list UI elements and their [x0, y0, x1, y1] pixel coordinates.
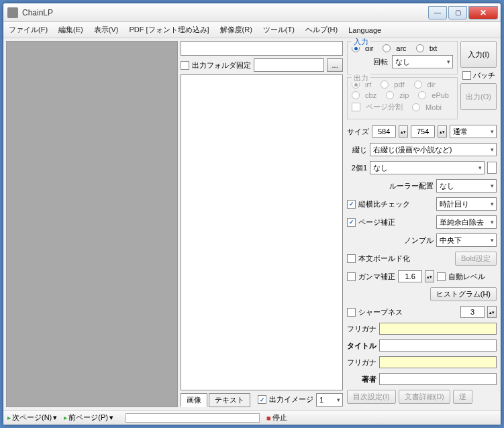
toc-button: 目次設定(I)	[347, 390, 395, 404]
window-title: ChainLP	[22, 8, 427, 17]
file-path-box[interactable]	[181, 41, 343, 56]
menu-edit[interactable]: 編集(E)	[58, 25, 83, 35]
next-page-button[interactable]: ▸次ページ(N)▾	[7, 413, 57, 423]
browse-button[interactable]: ...	[327, 58, 343, 72]
size-label: サイズ	[347, 127, 369, 137]
aspect-label: 縦横比チェック	[358, 199, 410, 209]
ruler-select[interactable]: なし	[436, 179, 497, 193]
pagecorr-select[interactable]: 単純余白除去	[436, 215, 497, 229]
sharpness-checkbox[interactable]	[347, 308, 356, 317]
bold-label: 本文ボールド化	[358, 254, 410, 264]
app-icon	[7, 7, 18, 18]
author-input[interactable]	[379, 373, 497, 385]
nombre-select[interactable]: 中央下	[436, 233, 497, 247]
pagecorr-label: ページ補正	[358, 217, 395, 227]
prev-page-button[interactable]: ▸前ページ(P)▾	[64, 413, 113, 423]
menu-pdf[interactable]: PDF [フォント埋め込み]	[129, 25, 209, 35]
binding-label: 綴じ	[347, 145, 367, 155]
output-legend: 出力	[352, 73, 370, 83]
stop-button[interactable]: ■停止	[266, 413, 287, 423]
maximize-button[interactable]: ▢	[448, 6, 467, 19]
output-image-select[interactable]: 1	[316, 393, 343, 407]
play-icon: ▸	[64, 414, 67, 421]
input-button[interactable]: 入力(I)	[460, 41, 497, 68]
input-fieldset: 入力 dir arc txt 回転 なし	[347, 41, 458, 74]
title-label: タイトル	[347, 341, 376, 351]
size-height-input[interactable]: 754	[411, 125, 435, 138]
title-input[interactable]	[379, 339, 497, 352]
tab-image[interactable]: 画像	[181, 393, 207, 407]
gamma-input[interactable]: 1.6	[398, 270, 422, 282]
menu-help[interactable]: ヘルプ(H)	[305, 25, 338, 35]
menu-resolution[interactable]: 解像度(R)	[220, 25, 252, 35]
titlebar[interactable]: ChainLP — ▢ ✕	[3, 3, 501, 22]
preview-pane[interactable]	[6, 41, 178, 407]
size-mode-select[interactable]: 通常	[450, 125, 497, 138]
menubar: ファイル(F) 編集(E) 表示(V) PDF [フォント埋め込み] 解像度(R…	[3, 22, 501, 38]
twoup-select[interactable]: なし	[370, 161, 485, 174]
output-button: 出力(O)	[460, 83, 497, 110]
progress-bar	[125, 413, 260, 423]
twoup-extra-checkbox[interactable]	[487, 162, 497, 174]
menu-tool[interactable]: ツール(T)	[263, 25, 295, 35]
pagecorr-checkbox[interactable]	[347, 218, 356, 227]
aspect-select[interactable]: 時計回り	[436, 197, 497, 211]
gamma-label: ガンマ補正	[358, 272, 395, 282]
doc-detail-button: 文書詳細(D)	[399, 390, 450, 404]
file-list[interactable]	[181, 74, 343, 390]
twoup-label: 2個1	[347, 163, 367, 173]
stop-icon: ■	[266, 414, 271, 422]
gamma-spinner[interactable]: ▴▾	[425, 270, 434, 282]
title-furigana-input[interactable]	[379, 323, 497, 335]
output-folder-input[interactable]	[254, 58, 324, 72]
rotate-label: 回転	[352, 57, 388, 67]
window-controls: — ▢ ✕	[427, 6, 498, 19]
batch-checkbox[interactable]	[462, 71, 471, 80]
size-height-spinner[interactable]: ▴▾	[438, 125, 447, 138]
ruler-label: ルーラー配置	[347, 181, 434, 191]
output-image-row: 出力イメージ 1	[258, 393, 343, 407]
fixed-output-folder-label: 出力フォルダ固定	[192, 60, 251, 70]
output-zip-radio	[386, 91, 394, 99]
right-pane: 入力 dir arc txt 回転 なし 出力	[344, 38, 501, 410]
close-button[interactable]: ✕	[468, 6, 498, 19]
input-arc-radio[interactable]	[383, 44, 391, 52]
play-icon: ▸	[7, 414, 11, 421]
binding-select[interactable]: 右綴じ(漫画や小説など)	[370, 143, 497, 156]
size-width-spinner[interactable]: ▴▾	[399, 125, 408, 138]
author-label: 著者	[347, 374, 376, 384]
io-buttons: 入力(I) バッチ 出力(O)	[460, 41, 497, 122]
author-furigana-label: フリガナ	[347, 358, 376, 368]
output-image-checkbox[interactable]	[258, 395, 266, 404]
histogram-button[interactable]: ヒストグラム(H)	[430, 287, 497, 301]
gamma-checkbox[interactable]	[347, 272, 356, 281]
menu-view[interactable]: 表示(V)	[94, 25, 119, 35]
middle-pane: 出力フォルダ固定 ... 画像 テキスト 出力イメージ 1	[181, 41, 343, 407]
menu-file[interactable]: ファイル(F)	[9, 25, 48, 35]
autolevel-checkbox[interactable]	[437, 272, 446, 281]
minimize-button[interactable]: —	[428, 6, 447, 19]
sharpness-input[interactable]: 3	[460, 306, 485, 318]
size-width-input[interactable]: 584	[372, 125, 396, 138]
bold-checkbox[interactable]	[347, 254, 356, 263]
title-furigana-label: フリガナ	[347, 324, 376, 334]
bold-settings-button: Bold設定	[455, 252, 497, 266]
fixed-output-folder-checkbox[interactable]	[181, 61, 189, 70]
output-dir-radio	[414, 81, 422, 89]
aspect-checkbox[interactable]	[347, 200, 356, 209]
output-cbz-radio	[352, 91, 360, 99]
statusbar: ▸次ページ(N)▾ ▸前ページ(P)▾ ■停止	[3, 410, 501, 425]
app-window: ChainLP — ▢ ✕ ファイル(F) 編集(E) 表示(V) PDF [フ…	[3, 3, 501, 425]
menu-language[interactable]: Language	[348, 26, 381, 34]
sharpness-label: シャープネス	[358, 307, 403, 317]
tab-text[interactable]: テキスト	[209, 393, 250, 407]
page-split-checkbox	[352, 103, 360, 111]
io-controls: 入力 dir arc txt 回転 なし 出力	[347, 41, 497, 122]
input-txt-radio[interactable]	[416, 44, 424, 52]
io-box: 入力 dir arc txt 回転 なし 出力	[347, 41, 458, 122]
author-furigana-input[interactable]	[379, 356, 497, 368]
content-area: 出力フォルダ固定 ... 画像 テキスト 出力イメージ 1	[3, 38, 501, 410]
sharpness-spinner[interactable]: ▴▾	[487, 306, 497, 318]
reverse-button: 逆	[453, 390, 472, 404]
rotate-select[interactable]: なし	[392, 55, 453, 68]
